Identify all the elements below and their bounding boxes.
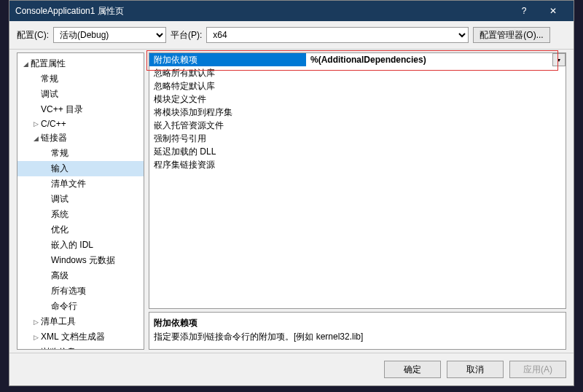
tree-item-label: 常规 [51,147,69,160]
property-value[interactable] [306,66,566,79]
ok-button[interactable]: 确定 [384,361,441,378]
property-row[interactable]: 将模块添加到程序集 [149,106,566,119]
tree-item[interactable]: ◢链接器 [17,130,144,146]
property-value[interactable] [306,79,566,93]
property-name: 忽略特定默认库 [149,79,306,93]
tree-item-label: C/C++ [41,119,66,129]
tree-item-label: VC++ 目录 [41,103,83,116]
description-panel: 附加依赖项 指定要添加到链接命令行的附加项。[例如 kernel32.lib] [149,312,566,350]
tree-item-label: 系统 [51,208,69,221]
platform-label: 平台(P): [171,29,202,42]
property-name: 忽略所有默认库 [149,66,306,79]
tree-item[interactable]: 高级 [17,268,144,283]
tree-item-label: 输入 [51,162,69,175]
dialog-footer: 确定 取消 应用(A) [9,353,574,385]
tree-item[interactable]: 所有选项 [17,283,144,299]
property-row[interactable]: 模块定义文件 [149,93,566,106]
tree-item[interactable]: 常规 [17,71,144,87]
property-row[interactable]: 忽略特定默认库 [149,79,566,93]
property-dropdown-button[interactable]: ▾ [552,53,566,66]
content-area: ◢配置属性常规调试VC++ 目录▷C/C++◢链接器常规输入清单文件调试系统优化… [9,50,574,353]
tree-item[interactable]: 调试 [17,87,144,102]
property-name: 程序集链接资源 [149,158,306,171]
tree-item-label: 清单工具 [41,315,76,328]
property-value[interactable] [306,93,566,106]
property-value[interactable] [306,106,566,119]
tree-toggle-icon[interactable]: ▷ [34,318,41,326]
close-button[interactable]: ✕ [539,1,568,21]
tree-item[interactable]: VC++ 目录 [17,102,144,117]
tree-item-label: 所有选项 [51,285,86,297]
property-value[interactable] [306,145,566,158]
property-name: 模块定义文件 [149,93,306,106]
tree-item[interactable]: 命令行 [17,299,144,314]
config-combo[interactable]: 活动(Debug) [53,27,166,43]
tree-item[interactable]: 调试 [17,192,144,207]
titlebar: ConsoleApplication1 属性页 ? ✕ [9,1,574,21]
toolbar: 配置(C): 活动(Debug) 平台(P): x64 配置管理器(O)... [9,21,574,50]
cancel-button[interactable]: 取消 [447,361,504,378]
config-manager-button[interactable]: 配置管理器(O)... [473,27,549,43]
tree-item-label: 命令行 [51,300,77,313]
tree-item[interactable]: ▷C/C++ [17,117,144,130]
property-row[interactable]: 延迟加载的 DLL [149,145,566,158]
property-name: 附加依赖项 [149,53,306,66]
property-name: 将模块添加到程序集 [149,106,306,119]
tree-item[interactable]: 输入 [17,161,144,176]
tree-item-label: 嵌入的 IDL [51,239,93,251]
tree-item[interactable]: 嵌入的 IDL [17,238,144,253]
tree-item[interactable]: 清单文件 [17,176,144,192]
property-name: 强制符号引用 [149,132,306,145]
tree-toggle-icon[interactable]: ◢ [23,60,31,68]
tree-item-label: 调试 [51,193,69,205]
property-row[interactable]: 强制符号引用 [149,132,566,145]
description-text: 指定要添加到链接命令行的附加项。[例如 kernel32.lib] [154,331,561,343]
tree-item[interactable]: ◢配置属性 [17,56,144,71]
tree-item[interactable]: ▷浏览信息 [17,345,144,350]
property-row[interactable]: 忽略所有默认库 [149,66,566,79]
tree-item-label: XML 文档生成器 [41,331,105,343]
tree-item-label: 链接器 [41,132,67,144]
tree-item-label: 优化 [51,224,69,236]
property-row[interactable]: 嵌入托管资源文件 [149,119,566,132]
tree-item[interactable]: Windows 元数据 [17,253,144,268]
tree-item-label: 浏览信息 [41,346,76,350]
property-page-dialog: ConsoleApplication1 属性页 ? ✕ 配置(C): 活动(De… [9,0,574,386]
tree-item[interactable]: 常规 [17,146,144,161]
property-grid[interactable]: ▾ 附加依赖项%(AdditionalDependencies)忽略所有默认库忽… [149,52,566,309]
config-label: 配置(C): [17,29,49,42]
tree-toggle-icon[interactable]: ▷ [34,349,41,350]
tree-item[interactable]: 优化 [17,222,144,238]
tree-item-label: 配置属性 [31,58,66,70]
right-pane: ▾ 附加依赖项%(AdditionalDependencies)忽略所有默认库忽… [149,52,566,350]
tree-item-label: 调试 [41,88,58,101]
tree-item[interactable]: 系统 [17,207,144,222]
property-name: 延迟加载的 DLL [149,145,306,158]
property-value[interactable] [306,158,566,171]
tree-item[interactable]: ▷清单工具 [17,314,144,329]
window-title: ConsoleApplication1 属性页 [15,5,509,17]
property-name: 嵌入托管资源文件 [149,119,306,132]
tree-item-label: 高级 [51,270,69,282]
property-value[interactable] [306,132,566,145]
tree-item[interactable]: ▷XML 文档生成器 [17,329,144,345]
tree-toggle-icon[interactable]: ▷ [34,120,41,128]
description-title: 附加依赖项 [154,317,561,329]
nav-tree[interactable]: ◢配置属性常规调试VC++ 目录▷C/C++◢链接器常规输入清单文件调试系统优化… [17,52,144,350]
apply-button[interactable]: 应用(A) [509,361,566,378]
platform-combo[interactable]: x64 [206,27,469,43]
help-button[interactable]: ? [509,1,539,21]
property-value[interactable]: %(AdditionalDependencies) [306,53,566,66]
property-value[interactable] [306,119,566,132]
tree-item-label: 清单文件 [51,178,86,190]
tree-item-label: 常规 [41,73,58,85]
tree-item-label: Windows 元数据 [51,254,115,267]
property-row[interactable]: 程序集链接资源 [149,158,566,171]
tree-toggle-icon[interactable]: ◢ [34,135,41,142]
property-row[interactable]: 附加依赖项%(AdditionalDependencies) [149,53,566,66]
tree-toggle-icon[interactable]: ▷ [34,334,41,341]
